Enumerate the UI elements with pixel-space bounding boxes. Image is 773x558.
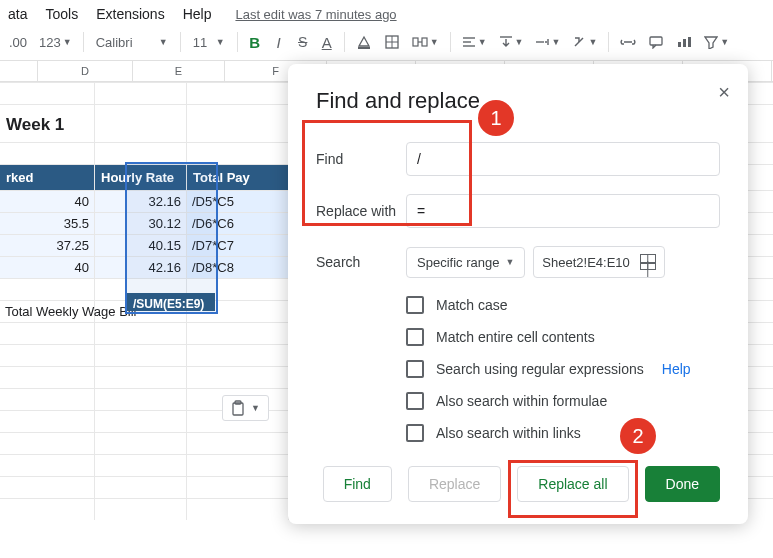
svg-rect-11 [650,37,662,45]
text-color-button[interactable]: A [318,30,336,54]
separator [450,32,451,52]
formulae-label: Also search within formulae [436,393,607,409]
menu-tools[interactable]: Tools [45,6,78,22]
dialog-title: Find and replace [316,88,720,114]
search-scope-dropdown[interactable]: Specific range▼ [406,247,525,278]
toolbar: .00 123▼ Calibri▼ 11▼ B I S A ▼ ▼ ▼ ▼ ▼ … [0,26,773,61]
separator [83,32,84,52]
merge-button[interactable]: ▼ [409,30,442,54]
col-header-e[interactable]: E [133,61,225,81]
filter-button[interactable]: ▼ [701,30,732,54]
find-label: Find [316,151,406,167]
header-rate: Hourly Rate [95,165,187,190]
clipboard-icon [231,400,245,416]
find-replace-dialog: × Find and replace Find Replace with Sea… [288,64,748,524]
match-entire-label: Match entire cell contents [436,329,595,345]
halign-button[interactable]: ▼ [459,30,490,54]
borders-button[interactable] [381,30,403,54]
col-header-blank [0,61,38,81]
strike-button[interactable]: S [294,30,312,54]
done-button[interactable]: Done [645,466,720,502]
menu-extensions[interactable]: Extensions [96,6,164,22]
replace-input[interactable] [406,194,720,228]
separator [237,32,238,52]
formulae-checkbox[interactable] [406,392,424,410]
chart-button[interactable] [673,30,695,54]
svg-rect-4 [413,38,418,46]
links-checkbox[interactable] [406,424,424,442]
header-worked: rked [0,165,95,190]
svg-rect-13 [683,39,686,47]
separator [608,32,609,52]
footer-label: Total Weekly Wage Bill [0,301,95,322]
replace-label: Replace with [316,203,406,219]
match-case-label: Match case [436,297,508,313]
valign-button[interactable]: ▼ [496,30,527,54]
regex-checkbox[interactable] [406,360,424,378]
col-header-d[interactable]: D [38,61,133,81]
search-label: Search [316,254,406,270]
svg-rect-15 [233,403,243,415]
italic-button[interactable]: I [270,30,288,54]
match-entire-checkbox[interactable] [406,328,424,346]
link-button[interactable] [617,30,639,54]
week-title: Week 1 [0,105,95,142]
find-button[interactable]: Find [323,466,392,502]
wrap-button[interactable]: ▼ [532,30,563,54]
range-input[interactable]: Sheet2!E4:E10 [533,246,664,278]
separator [180,32,181,52]
svg-rect-5 [422,38,427,46]
menubar: ata Tools Extensions Help Last edit was … [0,0,773,26]
comment-button[interactable] [645,30,667,54]
font-size-select[interactable]: 11▼ [189,33,229,52]
svg-rect-14 [688,37,691,47]
chevron-down-icon: ▼ [251,403,260,413]
header-totalpay: Total Pay [187,165,289,190]
grid-icon[interactable] [640,254,656,270]
paste-options-button[interactable]: ▼ [222,395,269,421]
close-button[interactable]: × [718,82,730,102]
rotate-button[interactable]: ▼ [569,30,600,54]
format-number-button[interactable]: 123▼ [36,30,75,54]
edit-info[interactable]: Last edit was 7 minutes ago [235,7,396,22]
svg-rect-12 [678,42,681,47]
regex-label: Search using regular expressions [436,361,644,377]
match-case-checkbox[interactable] [406,296,424,314]
replace-all-button[interactable]: Replace all [517,466,628,502]
decimal-decrease-button[interactable]: .00 [6,30,30,54]
svg-rect-0 [358,47,370,49]
replace-button[interactable]: Replace [408,466,501,502]
links-label: Also search within links [436,425,581,441]
font-select[interactable]: Calibri▼ [92,33,172,52]
fill-color-button[interactable] [353,30,375,54]
separator [344,32,345,52]
menu-data[interactable]: ata [8,6,27,22]
find-input[interactable] [406,142,720,176]
menu-help[interactable]: Help [183,6,212,22]
regex-help-link[interactable]: Help [662,361,691,377]
bold-button[interactable]: B [246,30,264,54]
